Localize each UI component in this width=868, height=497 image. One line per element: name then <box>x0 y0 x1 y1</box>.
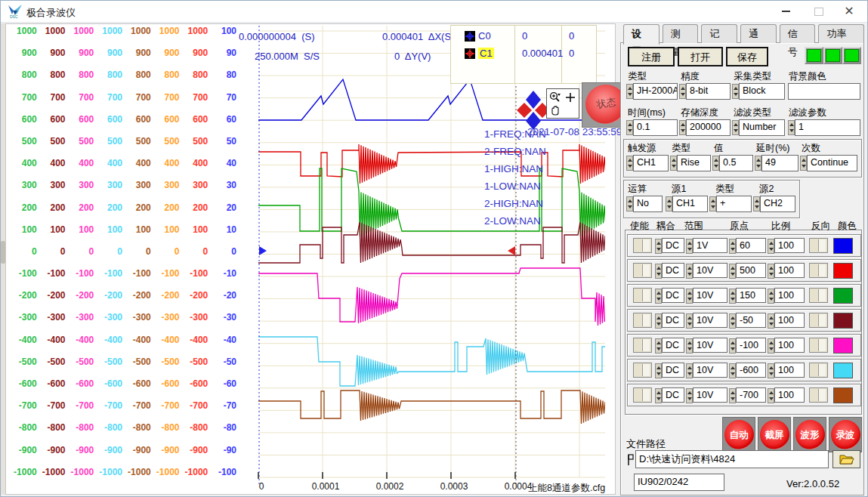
invert-toggle[interactable] <box>809 313 828 328</box>
device-id-field[interactable]: IU902/0242 <box>634 474 724 491</box>
filter-type-control[interactable]: Number <box>732 119 785 136</box>
pan-compass-icon[interactable] <box>517 91 550 130</box>
spinner[interactable] <box>626 84 633 99</box>
browse-folder-button[interactable] <box>832 450 860 468</box>
spinner[interactable] <box>729 363 736 378</box>
operation-value[interactable]: No <box>633 196 663 212</box>
source2-value[interactable]: CH2 <box>760 196 795 212</box>
scale-value[interactable]: 100 <box>774 288 805 303</box>
cursor-name[interactable]: C0 <box>478 30 491 42</box>
spinner[interactable] <box>626 196 633 211</box>
trigger-source-value[interactable]: CH1 <box>633 155 669 171</box>
spinner[interactable] <box>768 289 774 304</box>
file-path-input[interactable]: D:\快速访问资料\4824 <box>635 450 829 468</box>
spinner[interactable] <box>788 120 795 135</box>
scale-value[interactable]: 100 <box>774 263 805 278</box>
precision-control[interactable]: 8-bit <box>679 83 731 100</box>
time-control[interactable]: 0.1 <box>626 119 678 136</box>
trigger-count-control[interactable]: Continue <box>800 155 857 171</box>
coupling-value[interactable]: DC <box>662 363 684 378</box>
spinner[interactable] <box>686 264 693 279</box>
spinner[interactable] <box>686 388 693 403</box>
tab-功率计[interactable]: 功率计 <box>818 24 864 43</box>
op-type-value[interactable]: + <box>716 196 752 212</box>
origin-value[interactable]: 150 <box>736 288 766 303</box>
channel-color-swatch[interactable] <box>833 338 853 353</box>
spinner[interactable] <box>729 388 736 403</box>
spinner[interactable] <box>712 156 719 171</box>
spinner[interactable] <box>655 338 662 353</box>
spinner[interactable] <box>626 120 633 135</box>
coupling-value[interactable]: DC <box>662 238 684 253</box>
scale-value[interactable]: 100 <box>774 338 805 353</box>
led-indicator-3[interactable] <box>842 47 861 64</box>
spinner[interactable] <box>655 239 662 254</box>
invert-toggle[interactable] <box>809 238 828 253</box>
invert-toggle[interactable] <box>809 387 828 403</box>
open-button[interactable]: 打开 <box>678 47 723 66</box>
invert-toggle[interactable] <box>809 363 828 378</box>
time-value[interactable]: 0.1 <box>633 119 678 136</box>
origin-value[interactable]: -700 <box>736 387 766 403</box>
enable-toggle[interactable] <box>633 363 652 378</box>
filter-type-value[interactable]: Number <box>739 119 785 136</box>
register-button[interactable]: 注册 <box>628 47 675 66</box>
cursor-legend[interactable]: C000C10.0004010 <box>450 25 597 84</box>
spinner[interactable] <box>670 156 677 171</box>
record-button-自动[interactable]: 自动 <box>722 417 755 452</box>
invert-toggle[interactable] <box>809 288 828 303</box>
enable-toggle[interactable] <box>633 263 652 278</box>
trigger-value-control[interactable]: 0.5 <box>712 155 753 171</box>
range-value[interactable]: 10V <box>693 288 727 303</box>
trigger-value-value[interactable]: 0.5 <box>719 155 753 171</box>
enable-toggle[interactable] <box>633 338 652 353</box>
trigger-delay-control[interactable]: 49 <box>755 155 798 171</box>
spinner[interactable] <box>666 196 672 211</box>
channel-color-swatch[interactable] <box>833 387 853 403</box>
tab-通讯[interactable]: 通讯 <box>740 24 777 43</box>
spinner[interactable] <box>729 338 736 353</box>
tab-设置[interactable]: 设置 <box>623 24 659 45</box>
scale-value[interactable]: 100 <box>774 238 805 253</box>
acq-type-value[interactable]: Block <box>739 83 785 100</box>
range-value[interactable]: 1V <box>693 238 727 253</box>
spinner[interactable] <box>655 388 662 403</box>
spinner[interactable] <box>732 84 739 99</box>
filter-param-control[interactable]: 1 <box>788 119 860 136</box>
spinner[interactable] <box>800 156 807 171</box>
channel-color-swatch[interactable] <box>833 288 853 304</box>
invert-toggle[interactable] <box>809 338 828 353</box>
spinner[interactable] <box>686 338 693 353</box>
tab-测量[interactable]: 测量 <box>663 24 699 43</box>
spinner[interactable] <box>679 84 686 99</box>
trigger-source-control[interactable]: CH1 <box>626 155 669 171</box>
scale-value[interactable]: 100 <box>774 313 805 328</box>
enable-toggle[interactable] <box>633 238 652 253</box>
spinner[interactable] <box>729 264 736 279</box>
origin-value[interactable]: 500 <box>736 263 766 278</box>
spinner[interactable] <box>686 239 693 254</box>
spinner[interactable] <box>655 289 662 304</box>
channel-color-swatch[interactable] <box>833 238 853 254</box>
range-value[interactable]: 10V <box>693 363 727 378</box>
range-value[interactable]: 10V <box>693 338 727 353</box>
channel-color-swatch[interactable] <box>833 263 853 279</box>
spinner[interactable] <box>768 239 774 254</box>
enable-toggle[interactable] <box>633 288 652 303</box>
save-button[interactable]: 保存 <box>726 47 768 66</box>
source1-value[interactable]: CH1 <box>672 196 708 212</box>
filter-param-value[interactable]: 1 <box>795 119 860 136</box>
trigger-type-value[interactable]: Rise <box>677 155 711 171</box>
zoom-tool-icon[interactable] <box>549 91 561 103</box>
precision-value[interactable]: 8-bit <box>686 83 731 100</box>
source1-control[interactable]: CH1 <box>666 196 708 212</box>
range-value[interactable]: 10V <box>693 263 727 278</box>
spinner[interactable] <box>686 363 693 378</box>
bg-color-swatch[interactable] <box>788 83 860 100</box>
spinner[interactable] <box>753 196 760 211</box>
record-button-波形[interactable]: 波形 <box>793 417 826 452</box>
spinner[interactable] <box>655 363 662 378</box>
spinner[interactable] <box>626 156 633 171</box>
coupling-value[interactable]: DC <box>662 263 684 278</box>
scale-value[interactable]: 100 <box>774 387 805 403</box>
